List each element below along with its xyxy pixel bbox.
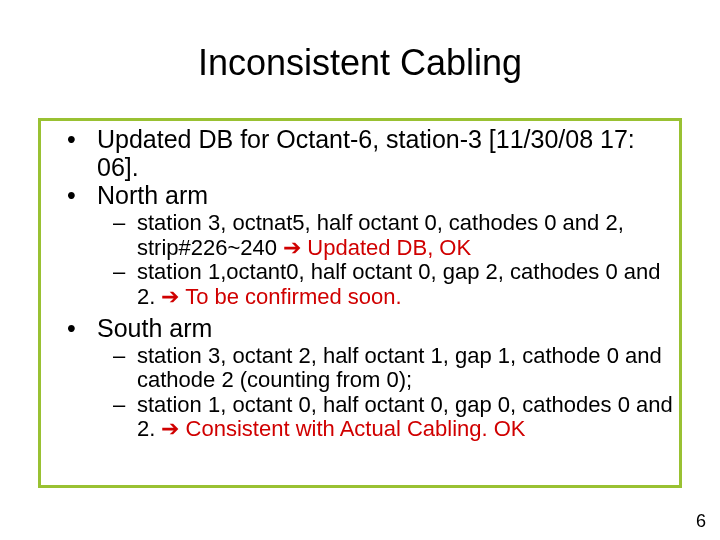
north-sub-1: station 3, octnat5, half octant 0, catho… bbox=[43, 211, 677, 260]
north-sub-1-status: Updated DB, OK bbox=[301, 235, 471, 260]
bullet-south-arm: South arm bbox=[43, 314, 677, 342]
north-arm-sublist: station 3, octnat5, half octant 0, catho… bbox=[43, 211, 677, 310]
arrow-icon: ➔ bbox=[161, 284, 179, 309]
arrow-icon: ➔ bbox=[161, 416, 179, 441]
south-sub-2-status: Consistent with Actual Cabling. OK bbox=[179, 416, 525, 441]
arrow-icon: ➔ bbox=[283, 235, 301, 260]
south-sub-2: station 1, octant 0, half octant 0, gap … bbox=[43, 393, 677, 442]
south-sub-1: station 3, octant 2, half octant 1, gap … bbox=[43, 344, 677, 393]
bullet-updated-db: Updated DB for Octant-6, station-3 [11/3… bbox=[43, 125, 677, 181]
page-number: 6 bbox=[696, 511, 706, 532]
content-box: Updated DB for Octant-6, station-3 [11/3… bbox=[38, 118, 682, 488]
bullet-north-arm: North arm bbox=[43, 181, 677, 209]
north-sub-2: station 1,octant0, half octant 0, gap 2,… bbox=[43, 260, 677, 309]
south-arm-sublist: station 3, octant 2, half octant 1, gap … bbox=[43, 344, 677, 443]
north-sub-2-status: To be confirmed soon. bbox=[179, 284, 401, 309]
bullet-list-2: South arm bbox=[43, 314, 677, 342]
slide: Inconsistent Cabling Updated DB for Octa… bbox=[0, 0, 720, 540]
bullet-list: Updated DB for Octant-6, station-3 [11/3… bbox=[43, 125, 677, 209]
slide-title: Inconsistent Cabling bbox=[0, 0, 720, 92]
